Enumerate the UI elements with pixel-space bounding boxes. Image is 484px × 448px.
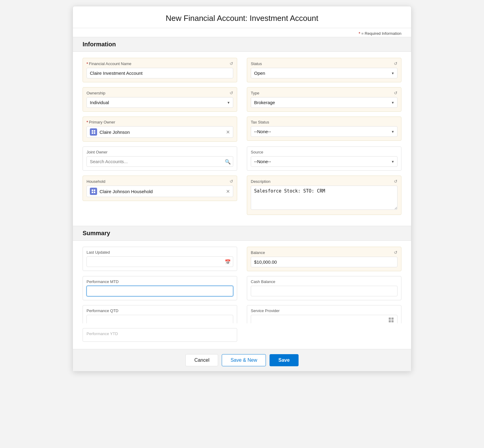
col-status: Status ↺ Open Closed <box>247 58 401 82</box>
performance-qtd-input[interactable] <box>87 315 233 323</box>
balance-input[interactable] <box>251 257 397 267</box>
save-button[interactable]: Save <box>270 354 298 366</box>
field-group-type: Type ↺ Brokerage IRA 401k <box>247 87 401 112</box>
joint-owner-input[interactable] <box>87 156 233 167</box>
col-empty <box>247 328 401 342</box>
label-household: Household ↺ <box>87 179 233 184</box>
svg-rect-9 <box>391 318 394 320</box>
undo-icon-description[interactable]: ↺ <box>394 179 397 184</box>
form-row-2: Ownership ↺ Individual Joint <box>83 87 401 112</box>
household-lookup[interactable]: Claire Johnson Household ✕ <box>87 186 233 197</box>
summary-row-4: Performance YTD <box>83 328 401 342</box>
field-group-performance-mtd: Performance MTD <box>83 276 237 300</box>
svg-rect-6 <box>92 192 93 193</box>
svg-rect-4 <box>92 189 93 191</box>
label-ownership: Ownership ↺ <box>87 91 233 95</box>
modal-container: New Financial Account: Investment Accoun… <box>73 6 411 371</box>
modal-header: New Financial Account: Investment Accoun… <box>73 6 411 28</box>
form-row-1: * Financial Account Name ↺ Status ↺ <box>83 58 401 82</box>
source-select[interactable]: --None-- Referral Marketing <box>251 156 397 167</box>
col-household: Household ↺ Clair <box>83 176 237 215</box>
col-tax-status: Tax Status --None-- Taxable Tax-Exempt <box>247 117 401 142</box>
undo-icon-type[interactable]: ↺ <box>394 91 397 95</box>
section-summary-body: Last Updated 📅 Balance ↺ <box>73 241 411 349</box>
search-icon[interactable]: 🔍 <box>225 159 231 164</box>
primary-owner-icon <box>90 128 97 136</box>
household-clear-icon[interactable]: ✕ <box>226 189 230 194</box>
field-group-source: Source --None-- Referral Marketing <box>247 147 401 171</box>
col-performance-ytd: Performance YTD <box>83 328 237 342</box>
service-provider-lookup[interactable] <box>251 315 397 323</box>
primary-owner-value: Claire Johnson <box>100 130 224 135</box>
ownership-select-wrapper: Individual Joint <box>87 97 233 108</box>
undo-icon-status[interactable]: ↺ <box>394 61 397 66</box>
col-balance: Balance ↺ <box>247 247 401 271</box>
label-service-provider: Service Provider <box>251 308 397 313</box>
form-row-5: Household ↺ Clair <box>83 176 401 215</box>
svg-rect-7 <box>94 192 95 193</box>
col-joint-owner: Joint Owner 🔍 <box>83 147 237 171</box>
label-source: Source <box>251 150 397 154</box>
save-and-new-button[interactable]: Save & New <box>222 354 266 366</box>
label-type: Type ↺ <box>251 91 397 95</box>
undo-icon-ownership[interactable]: ↺ <box>230 91 233 95</box>
col-last-updated: Last Updated 📅 <box>83 247 237 271</box>
field-group-ownership: Ownership ↺ Individual Joint <box>83 87 237 112</box>
summary-row-2: Performance MTD Cash Balance <box>83 276 401 300</box>
performance-mtd-input[interactable] <box>87 286 233 296</box>
svg-rect-11 <box>391 320 394 322</box>
field-group-joint-owner: Joint Owner 🔍 <box>83 147 237 171</box>
field-group-account-name: * Financial Account Name ↺ <box>83 58 237 82</box>
field-group-status: Status ↺ Open Closed <box>247 58 401 82</box>
col-ownership: Ownership ↺ Individual Joint <box>83 87 237 112</box>
field-group-service-provider: Service Provider <box>247 305 401 323</box>
status-select[interactable]: Open Closed <box>251 68 397 78</box>
field-group-performance-qtd: Performance QTD <box>83 305 237 323</box>
page-title: New Financial Account: Investment Accoun… <box>83 14 401 23</box>
last-updated-input[interactable] <box>87 256 233 267</box>
svg-rect-1 <box>94 130 95 132</box>
col-source: Source --None-- Referral Marketing <box>247 147 401 171</box>
primary-owner-lookup[interactable]: Claire Johnson ✕ <box>87 126 233 138</box>
joint-owner-search-wrapper: 🔍 <box>87 156 233 167</box>
col-performance-mtd: Performance MTD <box>83 276 237 300</box>
field-group-cash-balance: Cash Balance <box>247 276 401 300</box>
primary-owner-clear-icon[interactable]: ✕ <box>226 129 230 135</box>
description-textarea[interactable]: Salesforce Stock: STO: CRM <box>251 186 397 210</box>
col-type: Type ↺ Brokerage IRA 401k <box>247 87 401 112</box>
ownership-select[interactable]: Individual Joint <box>87 97 233 108</box>
label-performance-mtd: Performance MTD <box>87 279 233 284</box>
section-summary-header: Summary <box>73 226 411 241</box>
field-group-balance: Balance ↺ <box>247 247 401 271</box>
label-joint-owner: Joint Owner <box>87 150 233 154</box>
field-group-performance-ytd: Performance YTD <box>83 328 237 342</box>
financial-account-name-input[interactable] <box>87 68 233 78</box>
field-group-description: Description ↺ Salesforce Stock: STO: CRM <box>247 176 401 215</box>
svg-rect-8 <box>389 318 391 320</box>
calendar-icon[interactable]: 📅 <box>225 259 231 265</box>
cash-balance-input[interactable] <box>251 286 397 296</box>
service-provider-icon[interactable] <box>388 317 394 323</box>
undo-icon-name[interactable]: ↺ <box>230 61 233 66</box>
svg-rect-10 <box>389 320 391 322</box>
modal-footer: Cancel Save & New Save <box>73 349 411 371</box>
summary-row-1: Last Updated 📅 Balance ↺ <box>83 247 401 271</box>
last-updated-calendar-wrapper: 📅 <box>87 256 233 267</box>
label-performance-qtd: Performance QTD <box>87 308 233 313</box>
form-row-3: * Primary Owner <box>83 117 401 142</box>
type-select[interactable]: Brokerage IRA 401k <box>251 97 397 108</box>
field-group-primary-owner: * Primary Owner <box>83 117 237 142</box>
undo-icon-household[interactable]: ↺ <box>230 179 233 184</box>
undo-icon-balance[interactable]: ↺ <box>394 250 397 255</box>
label-account-name: * Financial Account Name ↺ <box>87 61 233 66</box>
field-group-tax-status: Tax Status --None-- Taxable Tax-Exempt <box>247 117 401 141</box>
label-performance-ytd: Performance YTD <box>87 331 233 336</box>
col-service-provider: Service Provider <box>247 305 401 323</box>
svg-rect-0 <box>92 130 93 132</box>
label-description: Description ↺ <box>251 179 397 184</box>
label-status: Status ↺ <box>251 61 397 66</box>
col-financial-account-name: * Financial Account Name ↺ <box>83 58 237 82</box>
tax-status-select[interactable]: --None-- Taxable Tax-Exempt <box>251 126 397 137</box>
label-cash-balance: Cash Balance <box>251 279 397 284</box>
cancel-button[interactable]: Cancel <box>185 354 218 366</box>
